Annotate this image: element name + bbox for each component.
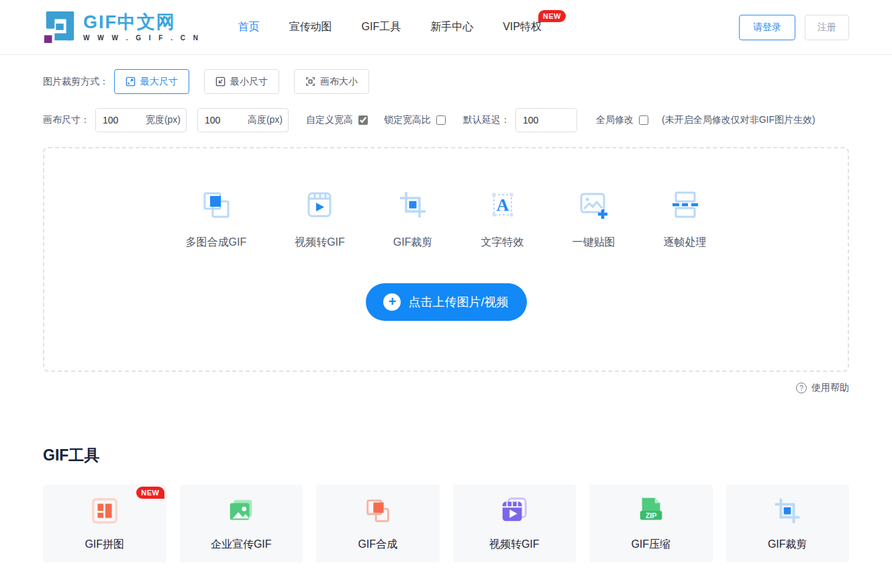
zip-icon: ZIP xyxy=(636,495,666,529)
min-size-button[interactable]: 最小尺寸 xyxy=(204,69,279,94)
upload-dropzone[interactable]: 多图合成GIF 视频转GIF xyxy=(43,147,849,372)
width-unit-label: 宽度(px) xyxy=(146,114,186,126)
help-label: 使用帮助 xyxy=(811,382,849,394)
canvas-icon xyxy=(305,77,315,87)
nav-gif-tools[interactable]: GIF工具 xyxy=(362,20,401,34)
max-size-button[interactable]: 最大尺寸 xyxy=(114,69,189,94)
logo-subtitle: W W W . G I F . C N xyxy=(83,35,201,42)
main-nav: 首页 宣传动图 GIF工具 新手中心 VIP特权 NEW xyxy=(238,20,542,34)
custom-wh-checkbox[interactable] xyxy=(358,115,368,125)
feature-list: 多图合成GIF 视频转GIF xyxy=(44,189,848,250)
shrink-icon xyxy=(215,77,226,87)
photo-stack-icon xyxy=(226,495,256,529)
crop-icon xyxy=(397,189,429,224)
crop-mode-label: 图片裁剪方式： xyxy=(43,76,109,88)
feature-frame-by-frame[interactable]: 逐帧处理 xyxy=(664,189,707,250)
lock-ratio-checkbox[interactable] xyxy=(436,115,446,125)
global-edit-checkbox[interactable] xyxy=(639,115,648,125)
global-edit-note: (未开启全局修改仅对非GIF图片生效) xyxy=(662,114,815,126)
crop-mode-row: 图片裁剪方式： 最大尺寸 最小尺寸 xyxy=(43,69,849,94)
global-edit-group: 全局修改 xyxy=(596,114,648,126)
card-corporate-gif[interactable]: 企业宣传GIF xyxy=(180,485,303,562)
card-gif-merge[interactable]: GIF合成 xyxy=(316,485,440,562)
card-video-to-gif[interactable]: 视频转GIF xyxy=(453,485,577,562)
global-edit-label: 全局修改 xyxy=(596,114,634,126)
width-input[interactable] xyxy=(96,109,138,132)
delay-label: 默认延迟： xyxy=(463,114,510,126)
tool-cards: NEW GIF拼图 企业宣传GIF xyxy=(43,485,849,562)
gif-logo-icon xyxy=(43,9,77,46)
tools-section-title: GIF工具 xyxy=(43,445,849,466)
canvas-size-label: 画布尺寸： xyxy=(43,114,90,126)
lock-ratio-group: 锁定宽高比 xyxy=(384,114,446,126)
feature-multi-image-gif[interactable]: 多图合成GIF xyxy=(185,189,246,250)
header: GIF中文网 W W W . G I F . C N 首页 宣传动图 GIF工具… xyxy=(0,0,892,55)
height-unit-label: 高度(px) xyxy=(248,114,288,126)
card-gif-collage[interactable]: NEW GIF拼图 xyxy=(43,485,166,562)
merge-icon xyxy=(362,495,393,529)
text-effect-icon: A xyxy=(487,189,519,224)
nav-promo-gif[interactable]: 宣传动图 xyxy=(289,20,332,34)
question-icon: ? xyxy=(796,383,807,393)
canvas-settings-row: 画布尺寸： 宽度(px) 高度(px) 自定义宽高 锁定宽高比 默认延迟： 全局… xyxy=(43,108,849,132)
new-badge: NEW xyxy=(538,10,566,22)
custom-wh-group: 自定义宽高 xyxy=(306,114,368,126)
feature-sticker[interactable]: 一键贴图 xyxy=(573,189,615,250)
nav-vip[interactable]: VIP特权 NEW xyxy=(503,20,542,34)
logo-title: GIF中文网 xyxy=(83,13,201,32)
login-button[interactable]: 请登录 xyxy=(739,15,795,40)
nav-beginner-center[interactable]: 新手中心 xyxy=(430,20,473,34)
help-link[interactable]: ? 使用帮助 xyxy=(43,382,849,394)
layers-icon xyxy=(200,189,232,224)
card-gif-crop[interactable]: GIF裁剪 xyxy=(726,485,850,562)
lock-ratio-label: 锁定宽高比 xyxy=(384,114,431,126)
frames-icon xyxy=(669,189,701,224)
width-input-box: 宽度(px) xyxy=(95,108,187,132)
image-plus-icon xyxy=(578,189,610,224)
plus-icon: + xyxy=(383,293,401,311)
expand-icon xyxy=(126,77,136,87)
svg-text:A: A xyxy=(496,195,509,215)
height-input-box: 高度(px) xyxy=(197,108,289,132)
feature-video-to-gif[interactable]: 视频转GIF xyxy=(295,189,345,250)
upload-button[interactable]: + 点击上传图片/视频 xyxy=(366,283,527,321)
nav-home[interactable]: 首页 xyxy=(238,20,260,34)
crop-blue-icon xyxy=(772,495,803,529)
height-input[interactable] xyxy=(198,109,240,132)
custom-wh-label: 自定义宽高 xyxy=(306,114,353,126)
card-gif-compress[interactable]: ZIP GIF压缩 xyxy=(589,485,713,562)
canvas-size-button[interactable]: 画布大小 xyxy=(294,69,369,94)
new-badge: NEW xyxy=(136,487,164,499)
feature-gif-crop[interactable]: GIF裁剪 xyxy=(393,189,433,250)
register-button[interactable]: 注册 xyxy=(805,15,849,40)
delay-input[interactable] xyxy=(515,108,577,132)
video-icon xyxy=(499,495,530,529)
feature-text-effect[interactable]: A 文字特效 xyxy=(481,189,524,250)
film-play-icon xyxy=(303,189,336,224)
svg-text:ZIP: ZIP xyxy=(646,511,656,520)
collage-icon xyxy=(89,495,120,529)
site-logo[interactable]: GIF中文网 W W W . G I F . C N xyxy=(43,9,201,46)
